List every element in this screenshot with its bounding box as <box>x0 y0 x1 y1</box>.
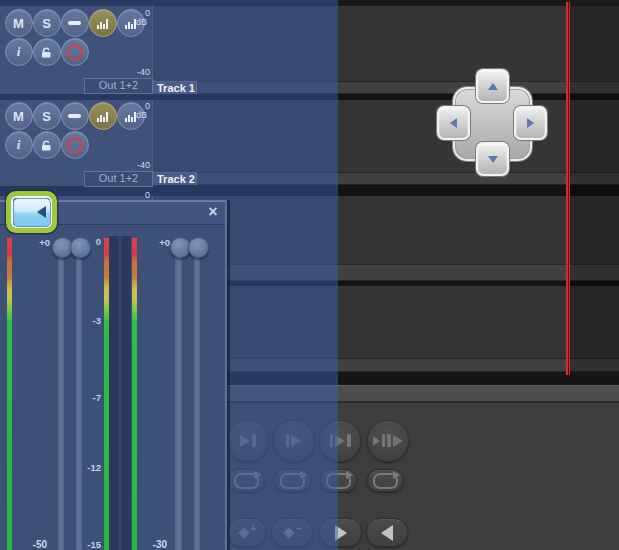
info-label: i <box>17 137 21 153</box>
record-icon <box>66 137 83 154</box>
close-button[interactable]: × <box>205 203 221 220</box>
minus-icon <box>68 114 81 119</box>
play-icon <box>373 436 380 446</box>
solo-button[interactable]: S <box>33 102 61 130</box>
level-meter <box>7 238 12 550</box>
scroll-left-button[interactable] <box>437 106 470 140</box>
meter-bars-icon <box>97 18 108 29</box>
scroll-right-button[interactable] <box>514 106 547 140</box>
bar-icon <box>382 434 386 447</box>
record-button[interactable] <box>61 131 89 159</box>
solo-label: S <box>42 109 51 124</box>
lock-open-icon <box>40 139 53 152</box>
fader-track[interactable] <box>76 251 83 550</box>
level-meter-right <box>132 238 137 550</box>
play-sequence-button[interactable] <box>367 420 409 462</box>
fader-value: -50 <box>10 539 47 550</box>
track-name-label[interactable]: Track 1 <box>153 81 197 94</box>
peakmeter-active-button[interactable] <box>89 102 117 130</box>
loop-icon <box>373 473 398 489</box>
arrow-down-icon <box>488 156 498 163</box>
previous-marker-button[interactable] <box>366 518 408 547</box>
info-button[interactable]: i <box>5 131 33 159</box>
arrow-up-icon <box>488 83 498 90</box>
previous-icon <box>381 525 393 541</box>
solo-label: S <box>42 16 51 31</box>
fader-knob[interactable] <box>70 237 91 258</box>
track-name-label[interactable]: Track 2 <box>153 172 197 185</box>
mute-button[interactable]: M <box>5 102 33 130</box>
minimize-track-button[interactable] <box>61 9 89 37</box>
fader-track[interactable] <box>175 251 182 550</box>
meter-scale-unit: dB <box>125 111 147 120</box>
collapse-panel-button[interactable] <box>13 198 51 227</box>
record-button[interactable] <box>61 38 89 66</box>
fader-track[interactable] <box>58 251 65 550</box>
range-bar-icon <box>347 434 351 447</box>
meter-scale-bottom: -40 <box>125 161 150 170</box>
play-icon <box>393 435 403 447</box>
scroll-up-button[interactable] <box>476 69 509 103</box>
minimize-track-button[interactable] <box>61 102 89 130</box>
output-routing-button[interactable]: Out 1+2 <box>84 171 153 187</box>
post-playhead-shade <box>569 6 619 372</box>
meter-scale-top: 0 <box>138 191 150 200</box>
level-meter-left <box>104 238 109 550</box>
meter-scale-bottom: -40 <box>125 68 150 77</box>
lock-open-icon <box>40 46 53 59</box>
info-label: i <box>17 44 21 60</box>
track-header-2: M S i 0 dB -40 Out 1+2 <box>0 100 153 186</box>
arrow-left-icon <box>37 206 46 218</box>
playhead-cursor[interactable] <box>566 2 571 375</box>
lock-button[interactable] <box>33 38 61 66</box>
fader-value: -30 <box>130 539 167 550</box>
meter-scale-unit: dB <box>125 18 147 27</box>
mute-label: M <box>13 109 24 124</box>
bar-icon <box>387 434 391 447</box>
arrow-left-icon <box>450 118 457 128</box>
gain-label: +0 <box>30 238 50 248</box>
track-header-1: M S i 0 dB -40 Out 1+2 <box>0 6 153 94</box>
scroll-down-button[interactable] <box>476 142 509 176</box>
meter-bars-icon <box>97 111 108 122</box>
fader-knob[interactable] <box>188 237 209 258</box>
daw-window: + − M S i <box>0 0 619 550</box>
record-icon <box>66 44 83 61</box>
fader-track[interactable] <box>194 251 201 550</box>
peakmeter-panel: × 0 -3 -7 -12 -15 +0 -50 +0 -30 <box>0 200 227 550</box>
output-routing-button[interactable]: Out 1+2 <box>84 78 153 94</box>
mute-button[interactable]: M <box>5 9 33 37</box>
info-button[interactable]: i <box>5 38 33 66</box>
arrow-right-icon <box>527 118 534 128</box>
highlight-annotation <box>6 191 57 233</box>
mute-label: M <box>13 16 24 31</box>
solo-button[interactable]: S <box>33 9 61 37</box>
peakmeter-active-button[interactable] <box>89 9 117 37</box>
gain-label: +0 <box>150 238 170 248</box>
lock-button[interactable] <box>33 131 61 159</box>
meter-well <box>109 236 131 550</box>
loop-mode-button-4[interactable] <box>367 469 404 492</box>
minus-icon <box>68 21 81 26</box>
